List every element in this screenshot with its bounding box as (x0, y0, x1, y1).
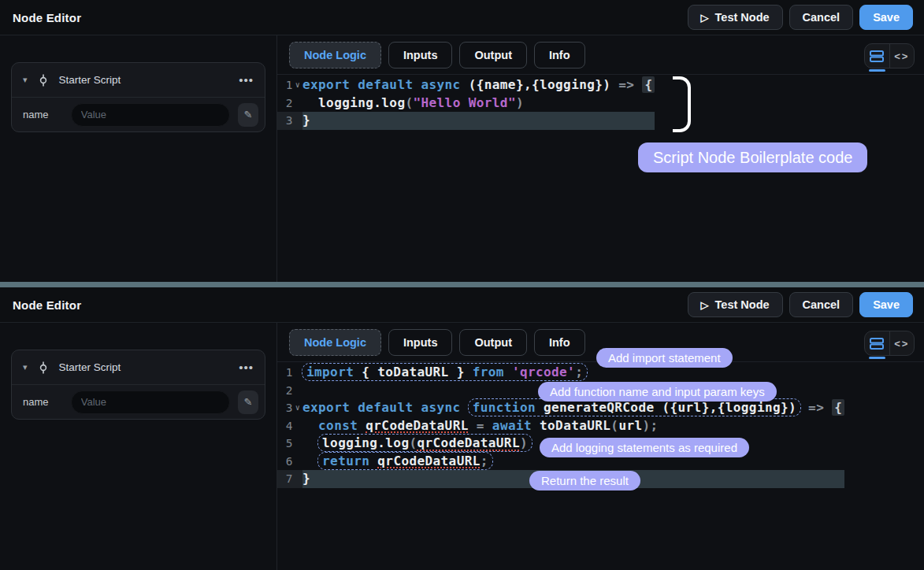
stacked-rows-icon (870, 50, 884, 62)
tab-node-logic[interactable]: Node Logic (289, 329, 381, 356)
code-text[interactable]: logging.log("Hello World") (302, 94, 524, 113)
code-token (302, 453, 318, 468)
node-title: Starter Script (59, 74, 121, 86)
node-editor-panel-top: Node Editor ▷ Test Node Cancel Save ▾ St… (0, 0, 924, 282)
line-number: 3 (277, 399, 293, 417)
code-brackets-icon: <> (894, 50, 909, 62)
code-token: generateQRCode ({url},{logging}) (536, 400, 796, 415)
active-view-indicator (869, 357, 885, 359)
code-line[interactable]: 3} (277, 112, 655, 130)
code-text[interactable]: return qrCodeDataURL; (302, 453, 492, 471)
code-line[interactable]: 4 const qrCodeDataURL = await toDataURL(… (277, 417, 844, 435)
code-token: => (800, 400, 832, 415)
code-line[interactable]: 3∨export default async function generate… (277, 399, 844, 417)
code-token (302, 435, 318, 450)
tab-inputs[interactable]: Inputs (388, 329, 453, 356)
edit-pencil-icon[interactable]: ✎ (238, 390, 258, 414)
code-text[interactable]: } (302, 112, 310, 130)
panel-divider (0, 282, 924, 287)
save-button[interactable]: Save (859, 292, 913, 317)
gutter: 7 (277, 470, 302, 488)
tab-info[interactable]: Info (534, 42, 585, 68)
code-text[interactable]: export default async ({name},{logging}) … (302, 76, 655, 94)
code-line[interactable]: 1∨export default async ({name},{logging}… (277, 76, 655, 94)
fold-icon[interactable]: ∨ (293, 399, 302, 417)
line-number: 7 (277, 470, 293, 488)
tab-info[interactable]: Info (534, 329, 585, 356)
code-token: "Hello World" (413, 95, 515, 110)
code-token: ( (409, 435, 417, 450)
gutter: 1 (277, 364, 302, 382)
starter-script-card-header[interactable]: ▾ Starter Script ••• (12, 63, 265, 98)
fold-spacer (293, 417, 302, 435)
code-text[interactable]: import { toDataURL } from 'qrcode'; (302, 364, 587, 382)
node-sidebar: ▾ Starter Script ••• name ✎ (0, 323, 277, 570)
view-toggle: <> (864, 331, 915, 356)
editor-area-top: Node Logic Inputs Output Info <> 1∨expor… (277, 35, 924, 282)
stacked-rows-icon (870, 338, 884, 350)
param-label: name (23, 109, 63, 120)
test-node-button[interactable]: ▷ Test Node (688, 5, 783, 30)
param-value-input[interactable] (71, 390, 230, 414)
code-token: export default async (302, 400, 469, 415)
code-view-button[interactable]: <> (890, 331, 915, 355)
line-number: 2 (277, 382, 293, 400)
code-editor[interactable]: 1import { toDataURL } from 'qrcode';23∨e… (277, 362, 924, 488)
annotation-return: Return the result (529, 471, 640, 490)
line-number: 6 (277, 453, 293, 471)
code-token: import (306, 365, 354, 379)
fold-icon[interactable]: ∨ (293, 76, 302, 94)
code-token: logging.log (302, 95, 405, 110)
save-button[interactable]: Save (859, 5, 913, 30)
fold-spacer (293, 470, 302, 488)
page-title: Node Editor (13, 11, 81, 24)
editor-area-bottom: Node Logic Inputs Output Info <> 1import… (277, 323, 924, 570)
code-token: ; (481, 453, 488, 468)
more-options-icon[interactable]: ••• (239, 73, 254, 87)
form-view-button[interactable] (865, 44, 890, 68)
test-node-button[interactable]: ▷ Test Node (688, 292, 783, 317)
code-annotation-outline: return qrCodeDataURL; (317, 452, 493, 470)
gutter: 2 (277, 94, 302, 113)
code-text[interactable]: const qrCodeDataURL = await toDataURL(ur… (302, 417, 659, 435)
starter-script-card-header[interactable]: ▾ Starter Script ••• (12, 350, 265, 385)
code-view-button[interactable]: <> (890, 44, 915, 68)
code-token: ( (610, 418, 618, 433)
cancel-button[interactable]: Cancel (789, 292, 854, 317)
code-token: } (302, 471, 310, 486)
param-row: name ✎ (12, 98, 265, 131)
code-token: url (618, 418, 642, 433)
cancel-button[interactable]: Cancel (789, 5, 854, 30)
annotation-logging: Add logging statements as required (540, 438, 749, 457)
form-view-button[interactable] (865, 331, 890, 355)
code-editor[interactable]: 1∨export default async ({name},{logging}… (277, 75, 924, 130)
code-token: ); (643, 418, 659, 433)
edit-pencil-icon[interactable]: ✎ (238, 103, 258, 127)
collapse-caret-icon[interactable]: ▾ (23, 362, 28, 372)
commit-node-icon (37, 74, 50, 87)
code-annotation-outline: import { toDataURL } from 'qrcode'; (302, 363, 588, 381)
fold-spacer (293, 94, 302, 113)
code-text[interactable]: } (302, 470, 310, 488)
collapse-caret-icon[interactable]: ▾ (23, 75, 28, 85)
more-options-icon[interactable]: ••• (239, 361, 254, 374)
header-bar: Node Editor ▷ Test Node Cancel Save (0, 0, 924, 35)
code-line[interactable]: 1import { toDataURL } from 'qrcode'; (277, 364, 844, 382)
code-token: ( (405, 95, 413, 110)
gutter: 4 (277, 417, 302, 435)
node-editor-panel-bottom: Node Editor ▷ Test Node Cancel Save ▾ St… (0, 287, 924, 570)
code-line[interactable]: 2 logging.log("Hello World") (277, 94, 655, 113)
code-text[interactable]: export default async function generateQR… (302, 399, 844, 417)
gutter: 6 (277, 453, 302, 471)
tab-output[interactable]: Output (459, 42, 527, 68)
view-toggle: <> (864, 43, 915, 68)
param-label: name (23, 396, 63, 408)
tab-node-logic[interactable]: Node Logic (289, 42, 381, 68)
gutter: 5 (277, 435, 302, 453)
code-token (302, 418, 318, 433)
fold-spacer (293, 382, 302, 400)
param-value-input[interactable] (71, 103, 230, 127)
tab-inputs[interactable]: Inputs (388, 42, 453, 68)
tab-output[interactable]: Output (459, 329, 527, 356)
code-text[interactable]: logging.log(qrCodeDataURL) (302, 435, 532, 453)
